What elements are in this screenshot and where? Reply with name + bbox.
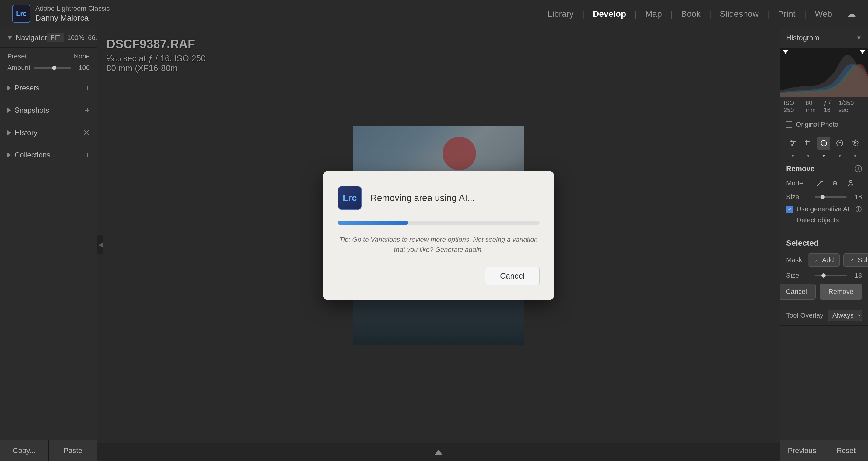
nav-web[interactable]: Web xyxy=(806,7,841,21)
sidebar-bottom: Copy... Paste xyxy=(0,440,97,461)
dialog-cancel-button[interactable]: Cancel xyxy=(485,267,539,285)
image-container: DSCF9387.RAF ¹⁄₃₅₀ sec at ƒ / 16, ISO 25… xyxy=(97,28,780,443)
navigator-collapse-icon xyxy=(7,36,12,39)
nav-develop[interactable]: Develop xyxy=(584,7,634,21)
app-logo-icon: Lrc xyxy=(12,5,30,23)
nav-library[interactable]: Library xyxy=(539,7,582,21)
use-generative-ai-row: ✓ Use generative AI i xyxy=(786,205,862,213)
selected-size-slider[interactable] xyxy=(815,275,847,276)
right-bottom: Previous Reset xyxy=(780,440,868,461)
selected-cancel-button[interactable]: Cancel xyxy=(777,284,816,299)
tool-icons-row xyxy=(780,133,868,154)
preset-label: Preset xyxy=(7,52,27,60)
history-expand-icon xyxy=(7,130,11,135)
original-photo-label: Original Photo xyxy=(796,121,838,128)
tool-overlay-select[interactable]: Always xyxy=(828,310,862,321)
right-panel: Histogram ▼ xyxy=(780,28,868,461)
previous-button[interactable]: Previous xyxy=(780,440,824,461)
amount-value: 100 xyxy=(74,64,90,72)
selected-size-value: 18 xyxy=(851,271,862,280)
navigator-title: Navigator xyxy=(7,33,47,42)
settings-tool-icon[interactable] xyxy=(849,137,862,149)
reset-button[interactable]: Reset xyxy=(824,440,868,461)
remove-section: Remove i Mode xyxy=(780,159,868,233)
histogram-meta: ISO 250 80 mm ƒ / 16 1/350 sec xyxy=(780,96,868,117)
tone-sliders-tool-icon[interactable] xyxy=(786,137,799,149)
clone-mode-icon[interactable] xyxy=(830,178,841,189)
navigator-section: Navigator FIT 100% 66.7% xyxy=(0,28,97,48)
histogram-chevron-icon[interactable]: ▼ xyxy=(856,34,862,41)
tool-overlay-label: Tool Overlay xyxy=(786,312,823,319)
subtract-mask-button[interactable]: Subtract xyxy=(843,253,868,267)
ai-info-icon[interactable]: i xyxy=(856,206,862,212)
nav-map[interactable]: Map xyxy=(637,7,670,21)
dialog-header: Lrc Removing area using AI... xyxy=(338,186,539,210)
person-mode-icon[interactable] xyxy=(845,178,856,189)
app-company: Adobe Lightroom Classic xyxy=(35,4,110,13)
preset-line: Preset None xyxy=(7,52,90,60)
mask-buttons-row: Mask: Add Subtract xyxy=(786,253,862,267)
navigator-header: Navigator FIT 100% 66.7% xyxy=(0,28,97,47)
svg-point-10 xyxy=(854,142,856,144)
amount-slider-thumb xyxy=(52,66,56,70)
detect-objects-checkbox[interactable] xyxy=(786,217,793,224)
masking-tool-icon[interactable] xyxy=(833,137,846,149)
amount-label: Amount xyxy=(7,64,30,72)
selected-action-row: Cancel Remove xyxy=(786,284,862,299)
svg-point-4 xyxy=(793,142,794,144)
add-mask-button[interactable]: Add xyxy=(808,253,840,267)
remove-section-header: Remove i xyxy=(786,165,862,173)
presets-add-icon[interactable]: + xyxy=(85,83,90,93)
size-slider[interactable] xyxy=(815,196,847,198)
mode-label: Mode xyxy=(786,179,810,187)
remove-tool-icon[interactable] xyxy=(817,137,830,149)
nav-print[interactable]: Print xyxy=(769,7,804,21)
svg-point-14 xyxy=(849,180,852,183)
svg-point-5 xyxy=(791,144,793,146)
tool-dot-1 xyxy=(792,155,794,156)
nav-slideshow[interactable]: Slideshow xyxy=(711,7,767,21)
add-mask-icon xyxy=(813,257,819,263)
history-close-icon[interactable]: ✕ xyxy=(83,127,90,138)
preset-area: Preset None Amount 100 xyxy=(0,48,97,77)
amount-slider[interactable] xyxy=(34,67,71,68)
amount-line: Amount 100 xyxy=(7,64,90,72)
mode-row: Mode xyxy=(786,178,862,189)
crop-tool-icon[interactable] xyxy=(802,137,815,149)
center-area: ◀ DSCF9387.RAF ¹⁄₃₅₀ sec at ƒ / 16, ISO … xyxy=(97,28,780,461)
selected-size-slider-thumb xyxy=(822,273,826,278)
use-generative-ai-checkbox[interactable]: ✓ xyxy=(786,206,793,212)
nav-links: Library | Develop | Map | Book | Slidesh… xyxy=(539,7,856,21)
main-layout: Navigator FIT 100% 66.7% Preset None Amo… xyxy=(0,28,868,461)
nav-book[interactable]: Book xyxy=(673,7,709,21)
selected-remove-button[interactable]: Remove xyxy=(820,284,862,299)
left-sidebar: Navigator FIT 100% 66.7% Preset None Amo… xyxy=(0,28,97,461)
histogram-canvas xyxy=(780,48,868,96)
snapshots-header[interactable]: Snapshots + xyxy=(0,99,97,121)
collections-section: Collections + xyxy=(0,144,97,166)
copy-button[interactable]: Copy... xyxy=(0,440,49,461)
presets-header[interactable]: Presets + xyxy=(0,77,97,99)
app-logo: Lrc Adobe Lightroom Classic Danny Maiorc… xyxy=(12,4,110,23)
cloud-icon[interactable]: ☁ xyxy=(847,8,856,19)
tool-dot-3-active xyxy=(823,155,825,156)
paste-button[interactable]: Paste xyxy=(49,440,97,461)
collections-add-icon[interactable]: + xyxy=(85,150,90,160)
snapshots-label: Snapshots xyxy=(14,106,49,114)
fit-button[interactable]: FIT xyxy=(47,33,64,42)
size-row: Size 18 xyxy=(786,193,862,201)
focal-length: 80 mm xyxy=(806,99,824,114)
collections-header[interactable]: Collections + xyxy=(0,144,97,166)
heal-mode-icon[interactable] xyxy=(815,178,826,189)
remove-info-icon[interactable]: i xyxy=(855,165,862,172)
size-slider-thumb xyxy=(820,195,825,199)
size-value: 18 xyxy=(851,193,862,201)
iso-value: ISO 250 xyxy=(784,99,806,114)
original-photo-checkbox[interactable] xyxy=(786,121,792,127)
histogram-header: Histogram ▼ xyxy=(780,28,868,48)
history-header[interactable]: History ✕ xyxy=(0,121,97,144)
tool-dot-2 xyxy=(807,155,809,156)
snapshots-add-icon[interactable]: + xyxy=(85,105,90,115)
histogram-title: Histogram xyxy=(786,33,819,42)
app-user: Danny Maiorca xyxy=(35,13,110,24)
